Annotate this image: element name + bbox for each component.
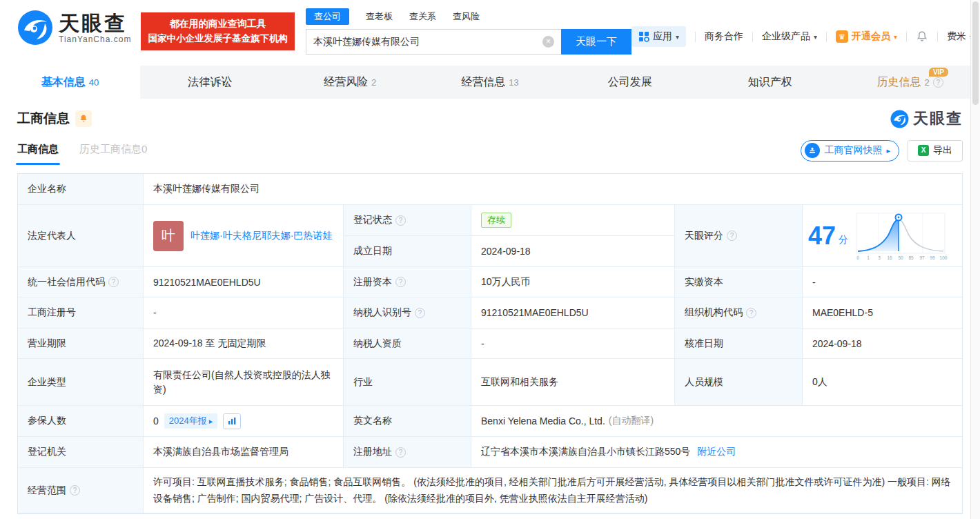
export-button[interactable]: X 导出 [908,140,963,161]
help-icon[interactable]: ? [395,215,406,226]
caret-down-icon: ▾ [814,33,817,41]
reg-address-label: 注册地址 [353,446,392,458]
tab-operation-risk[interactable]: 经营风险 2 [280,66,420,99]
search-button[interactable]: 天眼一下 [561,29,631,55]
tab-history-info[interactable]: VIP 历史信息 2 ? [840,66,980,99]
apps-menu[interactable]: 应用 ▾ [631,26,686,47]
brand-name: 天眼查 [59,12,131,35]
help-icon[interactable]: ? [415,308,425,318]
notifications-button[interactable] [916,30,928,43]
paid-capital-value: - [803,267,962,297]
auto-translate-note: (自动翻译) [609,415,654,427]
taxpayer-quality-value: - [471,329,675,359]
score-label: 天眼评分 [685,230,723,242]
industry-label: 行业 [344,359,471,406]
english-name-label: 英文名称 [344,406,471,437]
staff-size-value: 0人 [803,359,962,406]
bar-chart-icon [228,417,237,425]
subtab-business-info[interactable]: 工商信息 [17,143,59,165]
enterprise-products-menu[interactable]: 企业级产品 ▾ [762,30,817,43]
credit-code-value: 91210521MAE0EHLD5U [144,267,344,297]
tab-intellectual-property[interactable]: 知识产权 [700,66,840,99]
approval-date-value: 2024-09-18 [803,329,962,359]
insured-trend-chart-button[interactable] [223,413,241,429]
user-menu[interactable]: 费米 ▾ [947,30,973,43]
english-name-value: Benxi Yelena Media Co., Ltd. [481,415,605,427]
page-header: 天眼查 TianYanCha.com 都在用的商业查询工具 国家中小企业发展子基… [0,0,980,66]
svg-text:50: 50 [898,255,903,260]
scrollbar-thumb[interactable] [972,1,979,105]
tianyancha-logo[interactable]: 天眼查 TianYanCha.com [17,10,131,46]
tab-company-development[interactable]: 公司发展 [560,66,700,99]
help-icon[interactable]: ? [395,447,406,458]
caret-down-icon: ▾ [676,33,679,41]
stamp-icon [805,143,820,158]
bell-icon [79,114,88,124]
help-icon[interactable]: ? [395,277,406,287]
svg-text:100: 100 [940,255,948,260]
reg-capital-value: 10万人民币 [471,267,675,297]
company-nav-tabs: 基本信息 40 法律诉讼 经营风险 2 经营信息 13 公司发展 知识产权 VI… [0,66,980,99]
reg-status-label: 登记状态 [353,214,392,226]
arrow-right-icon: ▸ [886,146,890,155]
top-menu: 应用 ▾ 商务合作 企业级产品 ▾ ♛ 开通会员 ▾ 费米 ▾ [631,26,973,47]
help-icon[interactable]: ? [727,231,737,241]
establish-date-label: 成立日期 [344,236,471,267]
search-tab-risk[interactable]: 查风险 [453,8,480,25]
search-tab-boss[interactable]: 查老板 [366,8,393,25]
tab-legal-litigation[interactable]: 法律诉讼 [140,66,280,99]
nearby-companies-link[interactable]: 附近公司 [697,446,736,458]
company-name-label: 企业名称 [18,174,144,205]
promo-line1: 都在用的商业查询工具 [148,17,288,32]
insured-count-value: 0 [153,415,159,427]
svg-text:1: 1 [867,255,870,260]
org-code-value: MAE0EHLD-5 [803,297,962,329]
caret-down-icon: ▾ [894,33,897,41]
reg-capital-label: 注册资本 [353,276,392,288]
help-icon[interactable]: ? [933,77,943,88]
subtab-history-business-info[interactable]: 历史工商信息0 [79,143,147,165]
svg-text:99: 99 [930,255,935,260]
open-vip-menu[interactable]: ♛ 开通会员 ▾ [836,30,897,43]
business-term-label: 营业期限 [18,329,144,359]
help-icon[interactable]: ? [108,277,119,287]
vip-badge: VIP [929,68,948,77]
brand-domain: TianYanCha.com [59,35,131,44]
subscribe-bell-button[interactable] [75,110,92,127]
industry-value: 互联网和相关服务 [471,359,675,406]
search-tab-relation[interactable]: 查关系 [409,8,436,25]
tab-operation-info[interactable]: 经营信息 13 [420,66,560,99]
reg-number-value: - [144,297,344,329]
tab-basic-info[interactable]: 基本信息 40 [0,66,140,99]
page-scrollbar[interactable] [970,0,980,519]
help-icon[interactable]: ? [746,308,756,318]
section-title: 工商信息 [17,110,70,128]
svg-text:85: 85 [908,255,914,260]
insured-count-label: 参保人数 [18,406,144,437]
score-distribution-chart: 0 1 3 16 50 85 97 99 100 [854,210,949,262]
establish-date-value: 2024-09-18 [471,236,675,267]
taxpayer-id-label: 纳税人识别号 [353,306,411,319]
reg-address-value: 辽宁省本溪市本溪满族自治县小市镇长江路550号 [481,446,690,458]
help-icon[interactable]: ? [70,485,80,496]
reg-authority-value: 本溪满族自治县市场监督管理局 [144,437,344,468]
official-snapshot-button[interactable]: 工商官网快照 ▸ [801,140,899,161]
table-row: 企业名称 本溪叶莲娜传媒有限公司 [18,174,962,205]
company-type-value: 有限责任公司(自然人投资或控股的法人独资) [153,368,333,397]
table-row: 登记机关 本溪满族自治县市场监督管理局 注册地址 ? 辽宁省本溪市本溪满族自治县… [18,437,962,468]
table-row: 经营范围 ? 许可项目: 互联网直播技术服务; 食品销售; 食品互联网销售。 (… [18,468,962,513]
legal-rep-avatar[interactable]: 叶 [153,221,184,251]
search-tab-company[interactable]: 查公司 [306,8,349,25]
approval-date-label: 核准日期 [675,329,803,359]
cooperation-menu[interactable]: 商务合作 [705,30,743,43]
org-code-label: 组织机构代码 [685,306,743,319]
business-term-value: 2024-09-18 至 无固定期限 [144,329,344,359]
legal-rep-link[interactable]: 叶莲娜·叶夫格尼耶夫娜·巴热诺娃 [190,228,333,243]
annual-report-badge[interactable]: 2024年报 ▸ [164,413,217,429]
bell-icon [916,30,928,43]
svg-text:3: 3 [878,255,881,260]
company-type-label: 企业类型 [18,359,144,406]
search-input[interactable] [306,29,561,55]
promo-line2: 国家中小企业发展子基金旗下机构 [148,32,288,46]
clear-search-icon[interactable]: × [542,36,554,48]
